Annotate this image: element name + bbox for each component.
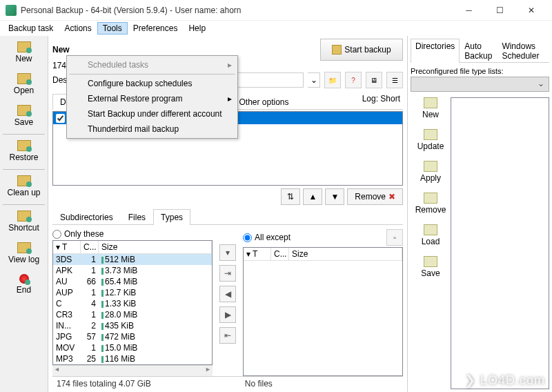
toolbar-view-log[interactable]: View log — [0, 238, 48, 270]
sort-types-button[interactable]: ▾ — [219, 244, 236, 261]
remove-icon — [424, 193, 437, 204]
type-row[interactable]: AU6665.4 MiB — [53, 276, 212, 287]
save-icon — [17, 105, 31, 116]
type-row[interactable]: IN...2435 KiB — [53, 320, 212, 331]
new-indicator: New — [52, 45, 70, 55]
status-right: No files — [245, 379, 399, 389]
start-backup-button[interactable]: Start backup — [320, 39, 403, 61]
remove-icon: ✖ — [388, 192, 395, 202]
remove-button[interactable]: Remove✖ — [347, 188, 403, 205]
log-mode-label[interactable]: Log: Short — [362, 94, 400, 104]
move-all-left-button[interactable]: ⇤ — [219, 327, 236, 344]
toolbar-new[interactable]: New — [0, 37, 48, 69]
subtab-subdirectories[interactable]: Subdirectories — [52, 209, 121, 225]
main-panel: New Start backup 174 f Desti ⌄ 📁 ? 🖥 ☰ S… — [48, 36, 407, 392]
menu-backup-task[interactable]: Backup task — [3, 22, 59, 35]
right-update-button[interactable]: Update — [417, 129, 444, 151]
transfer-buttons: ▾ ⇥ ◀ ▶ ⇤ — [218, 228, 237, 376]
only-these-radio[interactable] — [52, 230, 61, 239]
network-button[interactable]: 🖥 — [366, 72, 382, 88]
move-down-button[interactable]: ▼ — [325, 188, 344, 205]
preconfigured-label: Preconfigured file type lists: — [411, 67, 549, 75]
backup-icon — [332, 45, 342, 55]
toolbar-open[interactable]: Open — [0, 69, 48, 101]
toolbar-save[interactable]: Save — [0, 101, 48, 133]
new-icon — [17, 41, 31, 52]
app-icon — [6, 5, 17, 16]
titlebar: Personal Backup - 64-bit (Version 5.9.4)… — [0, 0, 552, 21]
menu-tools[interactable]: Tools — [97, 22, 128, 35]
type-row[interactable]: AUP112.7 KiB — [53, 287, 212, 298]
left-toolbar: NewOpenSaveRestoreClean upShortcutView l… — [0, 36, 48, 392]
status-left: 174 files totaling 4.07 GiB — [57, 379, 245, 389]
sub-tabs: SubdirectoriesFilesTypes — [52, 209, 403, 225]
maximize-button[interactable]: ☐ — [484, 0, 515, 21]
toolbar-restore[interactable]: Restore — [0, 136, 48, 168]
menuitem-thunderbird-mail-backup[interactable]: Thunderbird mail backup — [68, 121, 236, 137]
menuitem-external-restore-program[interactable]: External Restore program▸ — [68, 91, 236, 106]
types-options-button[interactable]: ▫ — [386, 229, 403, 246]
type-row[interactable]: MP325116 MiB — [53, 353, 212, 364]
sort-button[interactable]: ⇅ — [281, 188, 300, 205]
horizontal-scrollbar[interactable] — [52, 365, 213, 376]
load-icon — [424, 224, 437, 235]
toolbar-clean-up[interactable]: Clean up — [0, 171, 48, 203]
move-left-button[interactable]: ▶ — [219, 306, 236, 323]
right-panel: DirectoriesAuto BackupWindows Scheduler … — [407, 36, 552, 392]
tab-other-options[interactable]: Other options — [231, 94, 296, 110]
toolbar-end[interactable]: End — [0, 270, 48, 300]
types-table-right[interactable]: ▾ TC...Size — [243, 247, 403, 376]
type-row[interactable]: CR3128.0 MiB — [53, 309, 212, 320]
subtab-files[interactable]: Files — [121, 209, 153, 225]
type-row[interactable]: APK13.73 MiB — [53, 265, 212, 276]
menuitem-scheduled-tasks: Scheduled tasks▸ — [68, 57, 236, 72]
subtab-types[interactable]: Types — [153, 209, 190, 225]
window-title: Personal Backup - 64-bit (Version 5.9.4)… — [21, 6, 453, 15]
shortcut-icon — [17, 210, 31, 222]
preconfigured-combo[interactable] — [411, 77, 549, 92]
menuitem-start-backup-under-different-account[interactable]: Start Backup under different account — [68, 106, 236, 121]
end-icon — [19, 274, 29, 284]
menubar: Backup taskActionsToolsPreferencesHelp — [0, 21, 552, 36]
status-bar: 174 files totaling 4.07 GiB No files — [52, 376, 403, 391]
menuitem-configure-backup-schedules[interactable]: Configure backup schedules — [68, 76, 236, 91]
new-icon — [424, 97, 437, 108]
restore-icon — [17, 140, 31, 151]
move-up-button[interactable]: ▲ — [303, 188, 322, 205]
save-icon — [424, 256, 437, 267]
type-row[interactable]: JPG57472 MiB — [53, 331, 212, 342]
update-icon — [424, 129, 437, 140]
menu-preferences[interactable]: Preferences — [128, 22, 184, 35]
right-tabs: DirectoriesAuto BackupWindows Scheduler — [411, 39, 549, 63]
browse-button[interactable]: 📁 — [324, 72, 341, 88]
all-except-radio[interactable] — [243, 233, 252, 242]
types-table-left[interactable]: ▾ TC...Size3DS1512 MiBAPK13.73 MiBAU6665… — [52, 240, 213, 365]
type-row[interactable]: C41.33 KiB — [53, 298, 212, 309]
right-tab-windows-scheduler[interactable]: Windows Scheduler — [497, 39, 549, 63]
directory-checkbox[interactable] — [56, 114, 65, 123]
type-row[interactable]: 3DS1512 MiB — [53, 254, 212, 265]
right-load-button[interactable]: Load — [422, 224, 440, 246]
options-button[interactable]: ☰ — [386, 72, 403, 88]
view log-icon — [17, 242, 31, 253]
right-save-button[interactable]: Save — [421, 256, 440, 278]
right-tab-directories[interactable]: Directories — [411, 39, 460, 63]
menu-actions[interactable]: Actions — [59, 22, 97, 35]
apply-icon — [424, 161, 437, 172]
right-remove-button[interactable]: Remove — [415, 193, 446, 215]
right-tab-auto-backup[interactable]: Auto Backup — [460, 39, 497, 63]
right-apply-button[interactable]: Apply — [420, 161, 441, 183]
minimize-button[interactable]: ─ — [453, 0, 484, 21]
tools-menu-dropdown: Scheduled tasks▸Configure backup schedul… — [66, 55, 238, 139]
move-all-right-button[interactable]: ⇥ — [219, 265, 236, 282]
destination-dropdown[interactable]: ⌄ — [308, 72, 320, 88]
type-row[interactable]: MOV115.0 MiB — [53, 342, 212, 353]
move-right-button[interactable]: ◀ — [219, 286, 236, 302]
close-button[interactable]: ✕ — [515, 0, 546, 21]
help-button[interactable]: ? — [345, 72, 362, 88]
menu-help[interactable]: Help — [183, 22, 211, 35]
clean up-icon — [17, 175, 31, 186]
right-list[interactable] — [451, 97, 549, 389]
right-new-button[interactable]: New — [422, 97, 439, 119]
toolbar-shortcut[interactable]: Shortcut — [0, 206, 48, 238]
